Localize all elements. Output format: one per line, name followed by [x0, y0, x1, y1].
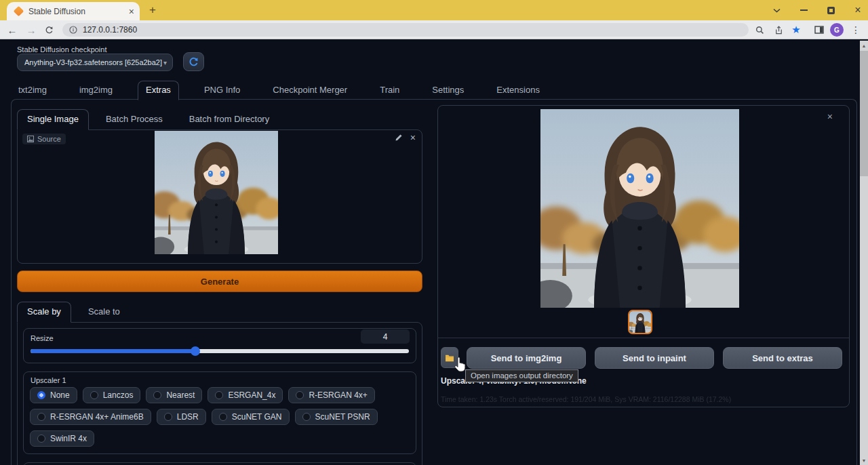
extras-tab-content: Single Image Batch Process Batch from Di…: [11, 99, 857, 465]
main-tabs: txt2img img2img Extras PNG Info Checkpoi…: [11, 81, 547, 100]
radio-icon: [164, 413, 172, 421]
info-icon[interactable]: [69, 26, 77, 34]
edit-pencil-icon[interactable]: [395, 134, 403, 142]
side-panel-icon[interactable]: [812, 20, 826, 39]
upscaler1-group: Upscaler 1 None Lanczos Nearest ESRGAN_4…: [23, 371, 416, 454]
results-panel: × Send to img2img Send to inpaint Send t…: [437, 105, 850, 407]
clear-image-icon[interactable]: ×: [410, 134, 416, 142]
tab-img2img[interactable]: img2img: [72, 81, 120, 100]
radio-scunet-psnr[interactable]: ScuNET PSNR: [295, 409, 378, 425]
scroll-down-icon[interactable]: ▼: [860, 456, 868, 465]
upscaler2-group: Upscaler 2 None Lanczos Nearest ESRGAN_4…: [23, 462, 416, 465]
left-column: Single Image Batch Process Batch from Di…: [17, 108, 422, 465]
scale-by-panel: Resize 4 Upscaler 1 None Lanczos: [17, 322, 422, 465]
radio-icon: [90, 391, 98, 399]
slider-handle[interactable]: [191, 346, 200, 356]
tab-close-icon[interactable]: ×: [129, 7, 134, 16]
source-image[interactable]: [155, 131, 278, 254]
tab-title: Stable Diffusion: [28, 7, 129, 16]
close-result-icon[interactable]: ×: [827, 113, 833, 121]
radio-resrgan4x[interactable]: R-ESRGAN 4x+: [288, 387, 374, 403]
refresh-checkpoints-button[interactable]: [183, 52, 204, 71]
radio-swinir4x[interactable]: SwinIR 4x: [30, 430, 94, 447]
reload-icon[interactable]: [42, 20, 56, 39]
generate-button[interactable]: Generate: [17, 270, 422, 292]
radio-icon: [153, 391, 161, 399]
menu-kebab-icon[interactable]: ⋮: [849, 20, 863, 39]
maximize-button[interactable]: [826, 5, 835, 15]
checkpoint-label: Stable Diffusion checkpoint: [17, 45, 107, 54]
upscaler1-options: None Lanczos Nearest ESRGAN_4x R-ESRGAN …: [30, 387, 410, 447]
forward-icon[interactable]: →: [24, 20, 38, 39]
page-scrollbar[interactable]: ▲ ▼: [860, 41, 868, 465]
tab-train[interactable]: Train: [372, 81, 407, 100]
chevron-down-icon: ▾: [163, 59, 167, 66]
footer-stats-text: Time taken: 1.23s Torch active/reserved:…: [441, 395, 731, 403]
tab-txt2img[interactable]: txt2img: [11, 81, 54, 100]
single-image-panel: Source ×: [17, 129, 422, 264]
minimize-button[interactable]: [799, 5, 808, 15]
close-button[interactable]: ×: [853, 5, 863, 15]
mouse-cursor-hand: [453, 357, 467, 372]
tooltip: Open images output directory: [465, 369, 578, 382]
radio-icon: [302, 413, 311, 421]
radio-scunet-gan[interactable]: ScuNET GAN: [212, 409, 290, 425]
bookmark-star-icon[interactable]: ★: [789, 20, 803, 39]
resize-slider[interactable]: [31, 349, 409, 353]
radio-resrgan-anime6b[interactable]: R-ESRGAN 4x+ Anime6B: [30, 409, 151, 425]
radio-icon: [296, 391, 304, 399]
browser-toolbar: ← → 127.0.0.1:7860 ★ G ⋮: [0, 20, 868, 39]
resize-label: Resize: [31, 334, 54, 342]
radio-lanczos[interactable]: Lanczos: [83, 387, 141, 403]
send-to-img2img-button[interactable]: Send to img2img: [467, 347, 586, 369]
send-to-extras-button[interactable]: Send to extras: [723, 347, 842, 369]
radio-esrgan4x[interactable]: ESRGAN_4x: [208, 387, 283, 403]
tab-scale-to[interactable]: Scale to: [79, 302, 130, 322]
chevron-down-icon[interactable]: [772, 5, 781, 15]
tab-settings[interactable]: Settings: [425, 81, 471, 100]
result-image[interactable]: [540, 109, 739, 308]
radio-icon: [37, 391, 45, 399]
radio-none[interactable]: None: [30, 387, 77, 403]
source-tabs: Single Image Batch Process Batch from Di…: [17, 108, 422, 129]
resize-number-input[interactable]: 4: [361, 329, 410, 344]
tab-single-image[interactable]: Single Image: [17, 109, 89, 130]
radio-icon: [37, 413, 45, 421]
tab-batch-from-directory[interactable]: Batch from Directory: [180, 110, 279, 129]
url-bar[interactable]: 127.0.0.1:7860: [62, 23, 749, 37]
refresh-icon: [189, 57, 199, 67]
source-chip: Source: [22, 134, 66, 144]
radio-icon: [37, 434, 45, 443]
screen: Stable Diffusion × + × ← → 127.0.0.1:786…: [0, 0, 868, 465]
slider-fill: [31, 349, 195, 353]
back-icon[interactable]: ←: [5, 20, 19, 39]
source-label: Source: [37, 135, 61, 143]
checkpoint-value: Anything-V3-fp32.safetensors [625a2ba2]: [24, 58, 163, 66]
send-to-inpaint-button[interactable]: Send to inpaint: [595, 347, 714, 369]
tab-extensions[interactable]: Extensions: [489, 81, 547, 100]
checkpoint-select[interactable]: Anything-V3-fp32.safetensors [625a2ba2] …: [17, 54, 173, 71]
new-tab-button[interactable]: +: [145, 3, 160, 18]
zoom-icon[interactable]: [753, 20, 766, 39]
tab-batch-process[interactable]: Batch Process: [96, 110, 172, 129]
tab-png-info[interactable]: PNG Info: [197, 81, 248, 100]
tab-scale-by[interactable]: Scale by: [17, 302, 71, 323]
browser-tab[interactable]: Stable Diffusion ×: [7, 2, 140, 20]
radio-ldsr[interactable]: LDSR: [157, 409, 206, 425]
stable-diffusion-webui: Stable Diffusion checkpoint Anything-V3-…: [0, 39, 868, 465]
scroll-up-icon[interactable]: ▲: [860, 41, 868, 50]
resize-group: Resize 4: [23, 328, 416, 363]
result-thumbnail[interactable]: [628, 310, 652, 334]
source-image-dropzone[interactable]: Source ×: [18, 130, 422, 263]
share-icon[interactable]: [772, 20, 785, 39]
divider: [438, 338, 849, 338]
browser-titlebar: Stable Diffusion × + ×: [0, 0, 868, 20]
favicon-icon: [14, 6, 24, 17]
radio-icon: [215, 391, 223, 399]
tab-extras[interactable]: Extras: [138, 81, 179, 100]
radio-nearest[interactable]: Nearest: [146, 387, 202, 403]
tab-checkpoint-merger[interactable]: Checkpoint Merger: [265, 81, 355, 100]
scale-tabs: Scale by Scale to: [17, 301, 422, 322]
scrollbar-thumb[interactable]: [860, 51, 868, 176]
avatar[interactable]: G: [830, 23, 844, 37]
